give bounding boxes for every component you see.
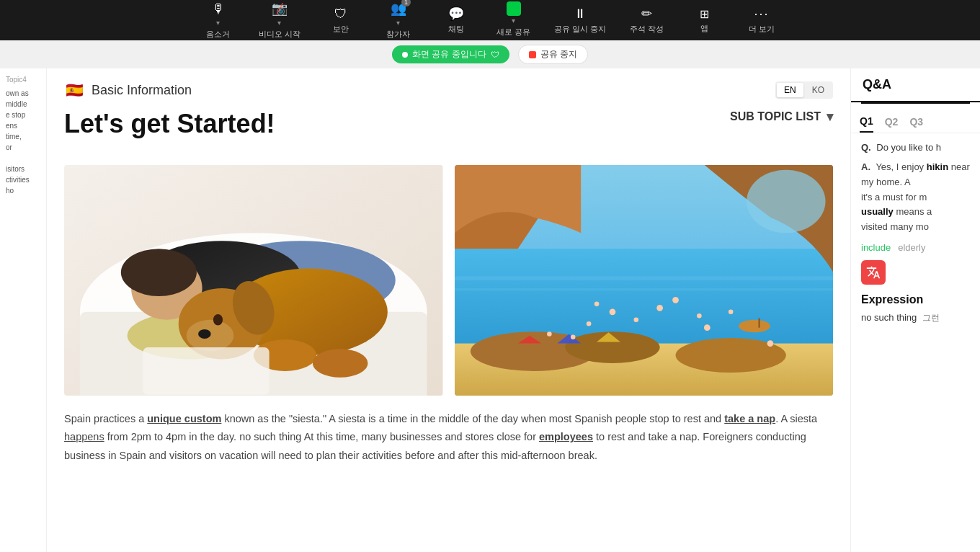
share-icon: ⬆ bbox=[507, 1, 521, 16]
svg-point-19 bbox=[747, 170, 825, 233]
shield-sharing-icon: 🛡 bbox=[491, 50, 499, 60]
svg-point-32 bbox=[594, 302, 599, 307]
chevron-down-icon: ▾ bbox=[827, 109, 833, 125]
left-sidebar: Topic4 own asmiddlee stopenstime,orisito… bbox=[0, 68, 47, 552]
toolbar-share-new[interactable]: ⬆ ▾ 새로 공유 bbox=[496, 3, 531, 37]
body-text: Spain practices a unique custom known as… bbox=[64, 410, 833, 465]
page-title: Let's get Started! bbox=[64, 109, 275, 139]
toolbar-apps-label: 앱 bbox=[700, 23, 708, 34]
images-grid bbox=[64, 165, 833, 396]
svg-point-11 bbox=[198, 329, 211, 339]
toolbar-mute[interactable]: 🎙 ▾ 음소거 bbox=[201, 1, 236, 40]
toolbar-chat-label: 채팅 bbox=[448, 24, 464, 35]
unique-custom-word: unique custom bbox=[147, 413, 221, 424]
stop-sharing-button[interactable]: 공유 중지 bbox=[518, 45, 588, 64]
dog-sleeping-image bbox=[64, 165, 443, 396]
svg-point-15 bbox=[313, 349, 368, 377]
content-header: 🇪🇸 Basic Information EN KO bbox=[64, 80, 833, 100]
svg-point-12 bbox=[213, 314, 223, 325]
svg-point-27 bbox=[697, 313, 702, 319]
mic-icon: 🎙 bbox=[212, 1, 225, 16]
answer-visited: visited many mo bbox=[861, 221, 929, 232]
toolbar-annotate[interactable]: ✏ 주석 작성 bbox=[629, 6, 664, 35]
sharing-dot bbox=[402, 52, 408, 58]
spain-flag: 🇪🇸 bbox=[64, 80, 84, 100]
svg-rect-42 bbox=[455, 288, 834, 290]
take-nap-phrase: take a nap bbox=[724, 413, 775, 424]
lang-en-button[interactable]: EN bbox=[777, 83, 803, 97]
question-text: Do you like to h bbox=[876, 142, 941, 153]
answer-hiking: hikin bbox=[927, 161, 948, 172]
svg-point-31 bbox=[703, 324, 710, 331]
pause-icon: ⏸ bbox=[574, 6, 587, 22]
participants-badge: 1 bbox=[401, 0, 411, 6]
toolbar-apps[interactable]: ⊞ 앱 bbox=[687, 7, 721, 34]
lang-ko-button[interactable]: KO bbox=[805, 83, 832, 97]
tab-q2[interactable]: Q2 bbox=[885, 115, 899, 133]
svg-point-24 bbox=[609, 308, 615, 315]
happens-word: happens bbox=[64, 431, 104, 442]
svg-point-26 bbox=[656, 305, 663, 311]
toolbar-video-label: 비디오 시작 bbox=[259, 29, 300, 40]
sub-topic-button[interactable]: SUB TOPIC LIST ▾ bbox=[730, 109, 833, 125]
apps-icon: ⊞ bbox=[700, 7, 709, 21]
shield-icon: 🛡 bbox=[334, 6, 347, 22]
sub-topic-bar: SUB TOPIC LIST ▾ bbox=[730, 109, 833, 125]
toolbar-pause-share[interactable]: ⏸ 공유 일시 중지 bbox=[554, 6, 606, 35]
expression-item-1: no such thing 그런 bbox=[861, 312, 970, 324]
toolbar-chat[interactable]: 💬 채팅 bbox=[439, 6, 473, 35]
svg-point-39 bbox=[739, 320, 770, 333]
svg-point-38 bbox=[767, 340, 773, 347]
svg-point-29 bbox=[672, 297, 679, 303]
translate-icon bbox=[866, 265, 881, 280]
status-bar: 화면 공유 중입니다 🛡 공유 중지 bbox=[0, 40, 980, 68]
toolbar-pause-label: 공유 일시 중지 bbox=[554, 24, 606, 35]
sidebar-text: own asmiddlee stopenstime,orisitorsctivi… bbox=[6, 88, 40, 196]
main-layout: Topic4 own asmiddlee stopenstime,orisito… bbox=[0, 68, 980, 552]
toolbar: 🎙 ▾ 음소거 📷╱ ▾ 비디오 시작 🛡 보안 👥 1 ▾ 참가자 💬 채팅 … bbox=[0, 0, 980, 40]
sharing-text: 화면 공유 중입니다 bbox=[412, 48, 486, 61]
toolbar-more[interactable]: ··· 더 보기 bbox=[744, 6, 779, 35]
answer-usually: usually bbox=[861, 206, 894, 217]
sharing-status: 화면 공유 중입니다 🛡 bbox=[392, 45, 509, 63]
pen-icon: ✏ bbox=[641, 6, 652, 22]
translate-button[interactable] bbox=[861, 260, 886, 285]
svg-rect-40 bbox=[758, 319, 760, 328]
vocab-include: include bbox=[861, 242, 891, 253]
toolbar-annotate-label: 주석 작성 bbox=[630, 24, 664, 35]
more-icon: ··· bbox=[754, 6, 770, 22]
svg-point-7 bbox=[121, 249, 197, 296]
vocab-words: include elderly bbox=[861, 242, 970, 253]
svg-point-36 bbox=[547, 331, 552, 337]
answer-must: it's a must for m bbox=[861, 192, 927, 202]
stop-icon bbox=[529, 51, 536, 58]
stop-text: 공유 중지 bbox=[540, 48, 577, 61]
svg-point-25 bbox=[633, 317, 638, 322]
expression-korean: 그런 bbox=[922, 313, 940, 323]
toolbar-security[interactable]: 🛡 보안 bbox=[324, 6, 358, 35]
svg-point-30 bbox=[728, 310, 733, 315]
toolbar-mute-label: 음소거 bbox=[206, 29, 230, 40]
q-tabs: Q1 Q2 Q3 bbox=[851, 110, 980, 133]
answer-means: means a bbox=[894, 206, 932, 217]
tab-q3[interactable]: Q3 bbox=[909, 115, 923, 133]
svg-rect-16 bbox=[143, 347, 269, 395]
toolbar-video[interactable]: 📷╱ ▾ 비디오 시작 bbox=[259, 1, 300, 40]
svg-point-28 bbox=[586, 321, 591, 326]
toolbar-share-label: 새로 공유 bbox=[496, 27, 530, 37]
lang-switcher: EN KO bbox=[775, 81, 833, 99]
employees-word: employees bbox=[539, 431, 593, 442]
svg-point-37 bbox=[570, 335, 575, 340]
toolbar-more-label: 더 보기 bbox=[749, 24, 775, 35]
tab-q1[interactable]: Q1 bbox=[860, 115, 873, 133]
content-area: 🇪🇸 Basic Information EN KO Let's get Sta… bbox=[47, 68, 850, 552]
qa-title: Q&A bbox=[851, 68, 980, 102]
toolbar-participants[interactable]: 👥 1 ▾ 참가자 bbox=[381, 1, 416, 40]
topic-label: Topic4 bbox=[6, 76, 40, 84]
answer-yes: Yes, I enjoy bbox=[876, 161, 926, 172]
expression-title: Expression bbox=[861, 293, 970, 306]
beach-image bbox=[455, 165, 834, 396]
chat-icon: 💬 bbox=[448, 6, 464, 22]
right-panel: Q&A Q1 Q2 Q3 Q. Do you like to h A. Yes,… bbox=[850, 68, 980, 552]
svg-rect-41 bbox=[455, 277, 834, 280]
